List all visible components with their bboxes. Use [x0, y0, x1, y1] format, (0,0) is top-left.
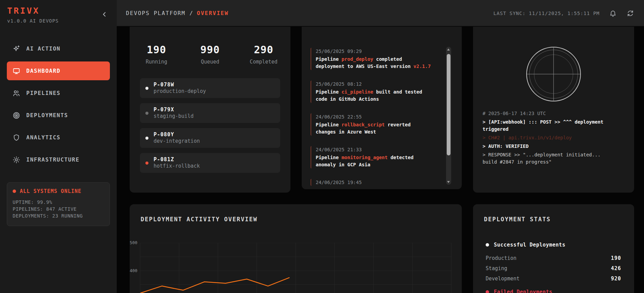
last-sync-label: LAST SYNC: 11/11/2025, 1:55:11 PM — [493, 11, 600, 16]
scroll-down-arrow-icon[interactable] — [447, 181, 450, 183]
stat-row-value: 190 — [611, 255, 621, 261]
counter-label: Queued — [183, 59, 237, 65]
pipeline-row-p-081z[interactable]: P-081Zhotfix-rollback — [140, 153, 280, 173]
log-scrollbar-thumb[interactable] — [447, 54, 450, 155]
terminal-line: > CH#2 | api.trivx.in/v1/deploy — [483, 134, 616, 141]
trivx-devops-app: TRIVX v1.0.0 AI DEVOPS AI ACTIONDASHBOAR… — [0, 0, 644, 293]
log-timestamp: 25/06/2025 09:29 — [316, 48, 433, 55]
pipeline-id: P-080Y — [154, 131, 200, 138]
log-text-segment: Pipeline — [316, 56, 342, 62]
pipeline-name: production-deploy — [154, 88, 206, 95]
terminal-line: > AUTH: VERIFIED — [483, 143, 616, 150]
bell-icon — [609, 10, 617, 17]
log-highlight: ci_pipeline — [342, 89, 373, 95]
deployment-activity-card: DEPLOYMENT ACTIVITY OVERVIEW 500400 — [130, 204, 462, 293]
scroll-up-arrow-icon[interactable] — [447, 48, 450, 51]
log-highlight: monitoring_agent — [342, 155, 388, 160]
sidebar-item-dashboard[interactable]: DASHBOARD — [7, 61, 110, 80]
activity-line-chart — [140, 243, 452, 293]
y-axis-tick-label: 500 — [130, 240, 139, 245]
counter-label: Completed — [237, 59, 290, 65]
terminal-line: # 2025-06-17 14:23 UTC — [483, 110, 616, 117]
sidebar-item-ai-action[interactable]: AI ACTION — [7, 39, 110, 58]
counter-running: 190Running — [130, 44, 183, 65]
webhook-terminal-card: # 2025-06-17 14:23 UTC> [API:webhook] ::… — [473, 27, 634, 193]
pipeline-row-p-078w[interactable]: P-078Wproduction-deploy — [140, 78, 280, 98]
main-content: 190Running990Queued290Completed P-078Wpr… — [117, 26, 644, 293]
system-status-lines: UPTIME: 99.9%PIPELINES: 847 ACTIVEDEPLOY… — [13, 199, 104, 219]
breadcrumb-root[interactable]: DEVOPS PLATFORM / — [126, 10, 194, 16]
stat-row-value: 426 — [611, 265, 621, 271]
pipeline-row-p-080y[interactable]: P-080Ydev-integration — [140, 128, 280, 148]
counter-completed: 290Completed — [237, 44, 290, 65]
chart-title: DEPLOYMENT ACTIVITY OVERVIEW — [141, 216, 258, 223]
activity-log-card: 25/06/2025 09:29Pipeline prod_deploy com… — [302, 27, 462, 189]
target-icon — [12, 111, 20, 120]
users-icon — [12, 89, 20, 97]
radar-scope-graphic — [519, 40, 588, 108]
successful-deployments-rows: Production190Staging426Development920 — [486, 253, 621, 284]
pipeline-id: P-081Z — [154, 156, 200, 163]
sidebar-collapse-button[interactable] — [100, 10, 109, 19]
log-message: Pipeline prod_deploy completed deploymen… — [316, 56, 433, 70]
refresh-button[interactable] — [626, 9, 634, 17]
sidebar-item-infrastructure[interactable]: INFRASTRUCTURE — [7, 150, 110, 169]
log-entry: 25/06/2025 08:12Pipeline ci_pipeline bui… — [311, 81, 433, 103]
pipeline-id: P-079X — [154, 107, 194, 113]
stat-row-label: Production — [486, 255, 516, 261]
sidebar-item-label: PIPELINES — [26, 90, 60, 96]
sidebar-item-pipelines[interactable]: PIPELINES — [7, 84, 110, 102]
pipeline-row-text: P-080Ydev-integration — [154, 131, 200, 144]
stat-row-label: Staging — [486, 265, 507, 271]
log-timestamp: 24/06/2025 19:45 — [316, 179, 433, 186]
successful-deployments-label: Successful Deployments — [494, 242, 566, 248]
deployment-stat-row-staging: Staging426 — [486, 263, 621, 274]
log-entry: 24/06/2025 19:45 — [311, 179, 433, 186]
log-text-segment: Pipeline — [316, 155, 342, 160]
pipeline-row-text: P-079Xstaging-build — [154, 107, 194, 120]
success-dot-icon — [486, 243, 489, 247]
gear-icon — [12, 156, 20, 164]
sidebar-item-deployments[interactable]: DEPLOYMENTS — [7, 106, 110, 125]
status-metric-line: UPTIME: 99.9% — [13, 199, 104, 206]
sidebar: TRIVX v1.0.0 AI DEVOPS AI ACTIONDASHBOAR… — [0, 0, 117, 293]
log-text-segment: Pipeline — [316, 89, 342, 95]
log-scrollbar[interactable] — [446, 47, 451, 185]
log-highlight: rollback_script — [342, 122, 385, 127]
sidebar-item-label: DASHBOARD — [26, 68, 60, 74]
sparkles-icon — [12, 45, 20, 53]
stats-card-title: DEPLOYMENT STATS — [484, 216, 551, 223]
system-status-headline: ALL SYSTEMS ONLINE — [13, 188, 104, 194]
successful-deployments-header: Successful Deployments — [486, 242, 566, 248]
terminal-line: > RESPONSE >> "...deployment initiated..… — [483, 151, 616, 166]
status-metric-line: PIPELINES: 847 ACTIVE — [13, 206, 104, 212]
counter-queued: 990Queued — [183, 44, 237, 65]
pipeline-summary-card: 190Running990Queued290Completed P-078Wpr… — [130, 27, 290, 193]
refresh-icon — [627, 10, 634, 17]
log-timestamp: 25/06/2025 08:12 — [316, 81, 433, 87]
failed-dot-icon — [486, 290, 489, 293]
sidebar-item-label: DEPLOYMENTS — [26, 112, 68, 118]
log-text-segment: Pipeline — [316, 122, 342, 127]
notifications-button[interactable] — [609, 9, 617, 17]
pipeline-row-text: P-078Wproduction-deploy — [154, 82, 206, 95]
log-entry: 24/06/2025 21:33Pipeline monitoring_agen… — [311, 146, 433, 168]
failed-deployments-label: Failed Deployments — [494, 289, 553, 293]
counter-value: 290 — [237, 44, 290, 56]
log-highlight: prod_deploy — [342, 56, 373, 62]
pipeline-name: hotfix-rollback — [154, 163, 200, 169]
webhook-terminal-output: # 2025-06-17 14:23 UTC> [API:webhook] ::… — [483, 110, 616, 167]
breadcrumb: DEVOPS PLATFORM / OVERVIEW — [126, 0, 229, 26]
online-status-dot — [13, 190, 16, 193]
counter-label: Running — [130, 59, 183, 65]
deployment-stat-row-production: Production190 — [486, 253, 621, 263]
status-metric-line: DEPLOYMENTS: 23 RUNNING — [13, 212, 104, 219]
log-entry: 25/06/2025 09:29Pipeline prod_deploy com… — [311, 48, 433, 70]
counter-value: 190 — [130, 44, 183, 56]
y-axis-tick-label: 400 — [130, 268, 139, 273]
sidebar-item-analytics[interactable]: ANALYTICS — [7, 128, 110, 147]
chevron-left-icon — [101, 11, 108, 18]
monitor-icon — [12, 67, 20, 75]
pipeline-row-p-079x[interactable]: P-079Xstaging-build — [140, 103, 280, 123]
log-message: Pipeline ci_pipeline built and tested co… — [316, 88, 433, 103]
